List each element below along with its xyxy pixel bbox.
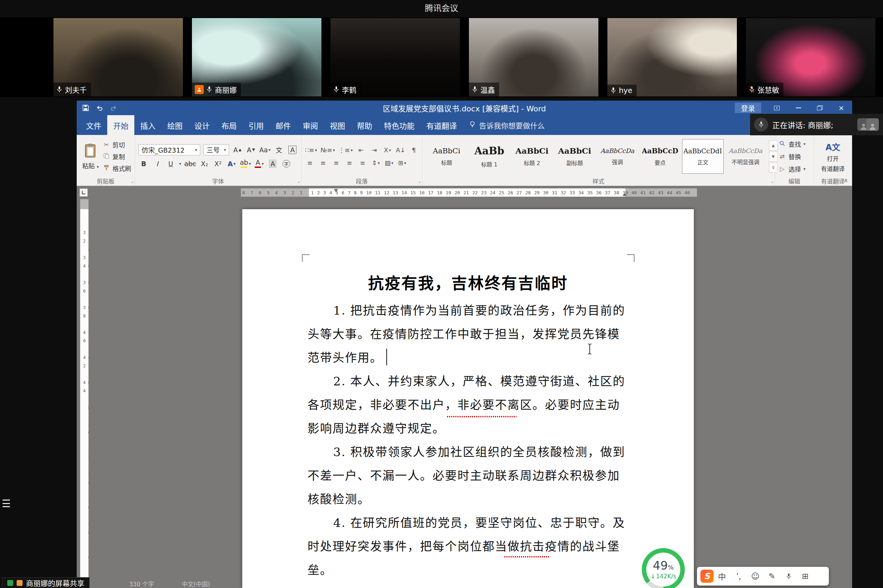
punctuation-mode-icon[interactable]: ’, bbox=[730, 572, 747, 581]
superscript-button[interactable]: X² bbox=[213, 159, 223, 169]
decrease-indent-button[interactable]: ⇤ bbox=[356, 146, 366, 155]
shrink-font-button[interactable]: A▼ bbox=[246, 145, 256, 155]
distribute-button[interactable]: ≡ bbox=[358, 158, 368, 168]
ribbon-display-options-button[interactable]: ∧ bbox=[766, 100, 788, 115]
align-right-button[interactable]: ≡ bbox=[332, 158, 341, 168]
video-tile[interactable]: 刘夫千 bbox=[53, 18, 183, 96]
style-card[interactable]: AaBbCcDa强调 bbox=[597, 139, 638, 174]
vertical-ruler[interactable]: 2 4 6 8 10 12 14 16 18 20 22 24 26 28 30… bbox=[80, 199, 89, 588]
horizontal-ruler[interactable]: 8 7 6 5 4 3 2 1 1 2 3 4 5 6 7 8 9 10 11 … bbox=[241, 188, 697, 197]
sogou-logo-icon[interactable]: S bbox=[700, 570, 713, 583]
tell-me-box[interactable]: 告诉我你想要做什么 bbox=[463, 115, 545, 135]
character-shading-button[interactable]: A bbox=[267, 159, 278, 169]
tab-home[interactable]: 开始 bbox=[107, 115, 134, 135]
first-line-indent-marker[interactable] bbox=[334, 189, 338, 192]
styles-dialog-launcher[interactable]: ⌟ bbox=[771, 178, 773, 183]
style-card[interactable]: AaBbCi副标题 bbox=[554, 139, 596, 174]
tab-help[interactable]: 帮助 bbox=[351, 115, 378, 135]
virtual-keyboard-icon[interactable]: ⊞ bbox=[797, 572, 814, 581]
tab-selector-box[interactable] bbox=[80, 188, 88, 197]
align-center-button[interactable]: ≡ bbox=[318, 158, 328, 168]
style-card[interactable]: AaBbCcD要点 bbox=[639, 139, 681, 174]
strikethrough-button[interactable]: abc bbox=[184, 159, 196, 169]
borders-button[interactable]: ⊞▾ bbox=[397, 158, 407, 168]
tab-references[interactable]: 引用 bbox=[243, 115, 270, 135]
text-effects-button[interactable]: A▾ bbox=[226, 159, 237, 169]
tab-draw[interactable]: 绘图 bbox=[161, 115, 188, 135]
restore-button[interactable] bbox=[809, 100, 830, 115]
copy-button[interactable]: 复制 bbox=[102, 152, 131, 161]
style-card[interactable]: AaBbCcDa不明显强调 bbox=[725, 139, 766, 174]
character-border-button[interactable]: A bbox=[287, 145, 298, 155]
redo-button[interactable] bbox=[110, 105, 117, 111]
select-button[interactable]: ▷选择▾ bbox=[778, 164, 806, 174]
cut-button[interactable]: ✂剪切 bbox=[102, 140, 131, 149]
emoji-icon[interactable]: ☺ bbox=[747, 572, 764, 581]
font-dialog-launcher[interactable]: ⌟ bbox=[298, 178, 300, 183]
tab-insert[interactable]: 插入 bbox=[134, 115, 161, 135]
customize-qat-button[interactable]: ▾ bbox=[124, 105, 126, 110]
show-marks-button[interactable]: ¶ bbox=[409, 146, 419, 155]
line-spacing-button[interactable]: ⇕▾ bbox=[371, 158, 381, 168]
bullets-button[interactable]: ∷≡▾ bbox=[305, 146, 317, 155]
find-button[interactable]: 查找▾ bbox=[778, 140, 806, 148]
style-card-selected[interactable]: AaBbCcDdI正文 bbox=[682, 139, 724, 174]
screen-share-banner[interactable]: 商丽娜的屏幕共享 bbox=[2, 577, 90, 588]
bold-button[interactable]: B bbox=[138, 159, 149, 169]
change-case-button[interactable]: Aa▾ bbox=[259, 145, 271, 155]
enclose-characters-button[interactable]: 字 bbox=[281, 159, 291, 169]
mic-icon[interactable] bbox=[754, 118, 768, 132]
tab-layout[interactable]: 布局 bbox=[216, 115, 243, 135]
shading-button[interactable]: ▨▾ bbox=[384, 158, 394, 168]
underline-button[interactable]: U bbox=[165, 159, 176, 169]
youdao-open-button[interactable]: A文 打开 有道翻译 bbox=[817, 141, 848, 173]
video-tile[interactable]: 温鑫 bbox=[469, 18, 598, 96]
font-color-button[interactable]: A▾ bbox=[254, 159, 264, 169]
style-card[interactable]: AaBbCi标题 2 bbox=[511, 139, 553, 174]
highlight-button[interactable]: ab▾ bbox=[240, 159, 251, 169]
meeting-panel-toggle[interactable] bbox=[1, 498, 12, 508]
paragraph-dialog-launcher[interactable]: ⌟ bbox=[419, 178, 420, 183]
sort-button[interactable]: A↓ bbox=[396, 146, 405, 155]
undo-button[interactable] bbox=[96, 105, 103, 111]
tab-review[interactable]: 审阅 bbox=[297, 115, 324, 135]
video-tile[interactable]: 商丽娜 bbox=[192, 18, 321, 96]
handwriting-pen-icon[interactable]: ✎ bbox=[764, 572, 780, 581]
font-name-combo[interactable]: 仿宋_GB2312▾ bbox=[138, 144, 200, 155]
underline-caret[interactable]: ▾ bbox=[179, 161, 181, 166]
tab-view[interactable]: 视图 bbox=[324, 115, 351, 135]
document-page[interactable]: 抗疫有我，吉林终有吉临时 1. 把抗击疫情作为当前首要的政治任务，作为目前的 头… bbox=[242, 209, 694, 588]
close-button[interactable]: × bbox=[830, 100, 852, 115]
voice-input-mic-icon[interactable] bbox=[780, 573, 797, 580]
save-button[interactable] bbox=[82, 104, 89, 111]
chinese-mode-icon[interactable]: 中 bbox=[713, 570, 730, 582]
paste-button[interactable]: 粘贴 ▾ bbox=[80, 143, 101, 170]
phonetic-guide-button[interactable]: 文 bbox=[274, 145, 284, 155]
grow-font-button[interactable]: A▲ bbox=[232, 145, 243, 155]
style-card[interactable]: AaBb标题 1 bbox=[469, 139, 510, 174]
tab-mailings[interactable]: 邮件 bbox=[270, 115, 297, 135]
style-card[interactable]: AaBbCi标题 bbox=[426, 139, 467, 174]
increase-indent-button[interactable]: ⇥ bbox=[369, 146, 379, 155]
tab-special-features[interactable]: 特色功能 bbox=[378, 115, 420, 135]
multilevel-list-button[interactable]: ⋮≡▾ bbox=[338, 146, 353, 155]
font-size-combo[interactable]: 三号▾ bbox=[203, 144, 229, 155]
video-tile[interactable]: 李鹤 bbox=[330, 18, 460, 96]
collapse-ribbon-button[interactable]: ∧ bbox=[844, 177, 848, 183]
video-tile[interactable]: 张慧敏 bbox=[746, 18, 875, 96]
minimize-button[interactable] bbox=[788, 100, 809, 115]
format-painter-button[interactable]: 格式刷 bbox=[102, 164, 131, 173]
align-left-button[interactable]: ≡ bbox=[305, 158, 315, 168]
tab-design[interactable]: 设计 bbox=[188, 115, 216, 135]
numbering-button[interactable]: №≡▾ bbox=[320, 146, 335, 155]
italic-button[interactable]: I bbox=[152, 159, 162, 169]
replace-button[interactable]: ⇄替换 bbox=[778, 152, 806, 161]
right-indent-marker[interactable] bbox=[623, 193, 627, 196]
clipboard-dialog-launcher[interactable]: ⌟ bbox=[131, 178, 133, 183]
asian-layout-button[interactable]: X▾ bbox=[383, 146, 392, 155]
video-tile[interactable]: hye bbox=[607, 18, 737, 96]
tab-youdao-translate[interactable]: 有道翻译 bbox=[420, 115, 463, 135]
login-button[interactable]: 登录 bbox=[735, 103, 761, 113]
justify-button[interactable]: ≡ bbox=[345, 158, 354, 168]
subscript-button[interactable]: X₂ bbox=[199, 159, 210, 169]
